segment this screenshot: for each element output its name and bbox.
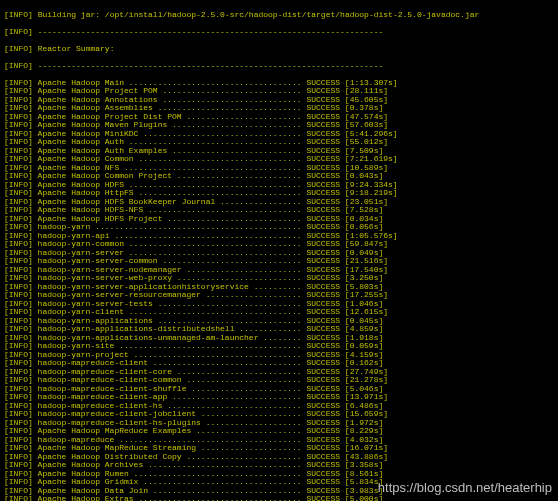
build-line: [INFO] Building jar: /opt/install/hadoop…	[4, 11, 554, 20]
reactor-title: [INFO] Reactor Summary:	[4, 45, 554, 54]
watermark: https://blog.csdn.net/heaterhip	[378, 480, 552, 495]
sep: [INFO] ---------------------------------…	[4, 62, 554, 71]
terminal-output: [INFO] Building jar: /opt/install/hadoop…	[0, 0, 558, 501]
sep: [INFO] ---------------------------------…	[4, 28, 554, 37]
module-list: [INFO] Apache Hadoop Main ..............…	[4, 79, 554, 502]
